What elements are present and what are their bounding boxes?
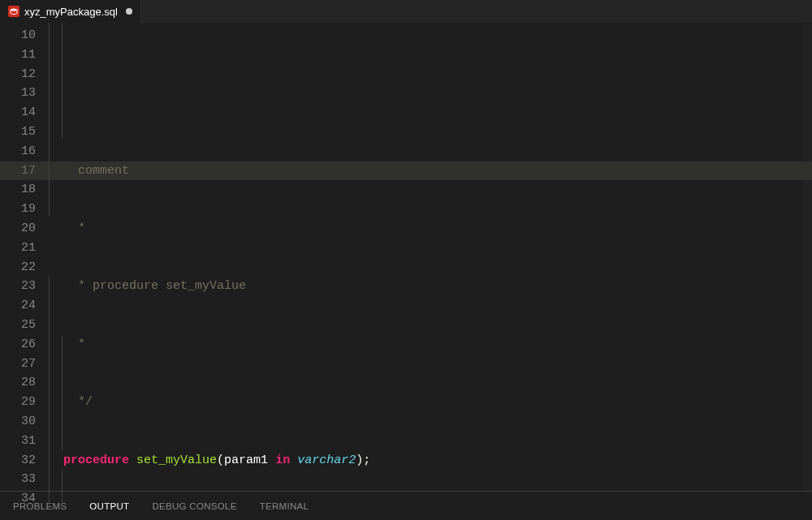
line-number: 30 bbox=[0, 412, 36, 432]
line-number: 11 bbox=[0, 45, 36, 65]
code-line bbox=[47, 509, 812, 520]
line-number: 29 bbox=[0, 393, 36, 412]
line-number: 34 bbox=[0, 489, 36, 509]
line-number-gutter: 10 11 12 13 14 15 16 17 18 19 20 21 22 2… bbox=[0, 23, 47, 491]
line-number: 31 bbox=[0, 432, 36, 451]
code-line: * bbox=[47, 219, 812, 239]
indent-guide bbox=[49, 23, 50, 216]
line-number: 10 bbox=[0, 26, 36, 45]
indent-guide bbox=[62, 470, 63, 509]
svg-point-0 bbox=[11, 8, 17, 11]
code-line: */ bbox=[47, 393, 812, 412]
database-icon bbox=[8, 6, 19, 17]
code-line: * bbox=[47, 335, 812, 355]
line-number: 19 bbox=[0, 200, 36, 219]
line-number: 12 bbox=[0, 65, 36, 84]
line-number: 15 bbox=[0, 122, 36, 142]
code-line: * procedure set_myValue bbox=[47, 277, 812, 296]
code-line: procedure set_myValue(param1 in varchar2… bbox=[47, 451, 812, 471]
line-number: 22 bbox=[0, 258, 36, 277]
tab-filename: xyz_myPackage.sql bbox=[24, 6, 118, 18]
line-number: 26 bbox=[0, 335, 36, 355]
line-number: 23 bbox=[0, 277, 36, 296]
indent-guide bbox=[62, 23, 63, 139]
tab-file[interactable]: xyz_myPackage.sql bbox=[0, 0, 141, 23]
line-number: 33 bbox=[0, 470, 36, 489]
line-number: 25 bbox=[0, 316, 36, 335]
tab-bar: xyz_myPackage.sql bbox=[0, 0, 812, 23]
modified-indicator-icon bbox=[126, 8, 132, 15]
vertical-scrollbar[interactable] bbox=[802, 23, 812, 491]
line-number: 21 bbox=[0, 239, 36, 258]
line-number: 32 bbox=[0, 451, 36, 471]
line-number: 13 bbox=[0, 84, 36, 103]
line-number: 20 bbox=[0, 219, 36, 239]
line-number: 16 bbox=[0, 142, 36, 161]
line-number: 18 bbox=[0, 180, 36, 200]
code-content[interactable]: comment * * procedure set_myValue * */ p… bbox=[47, 23, 812, 491]
line-number: 14 bbox=[0, 103, 36, 122]
code-line: comment bbox=[47, 161, 812, 181]
editor[interactable]: 10 11 12 13 14 15 16 17 18 19 20 21 22 2… bbox=[0, 23, 812, 491]
line-number: 24 bbox=[0, 296, 36, 316]
line-number: 27 bbox=[0, 355, 36, 374]
line-number: 28 bbox=[0, 373, 36, 393]
